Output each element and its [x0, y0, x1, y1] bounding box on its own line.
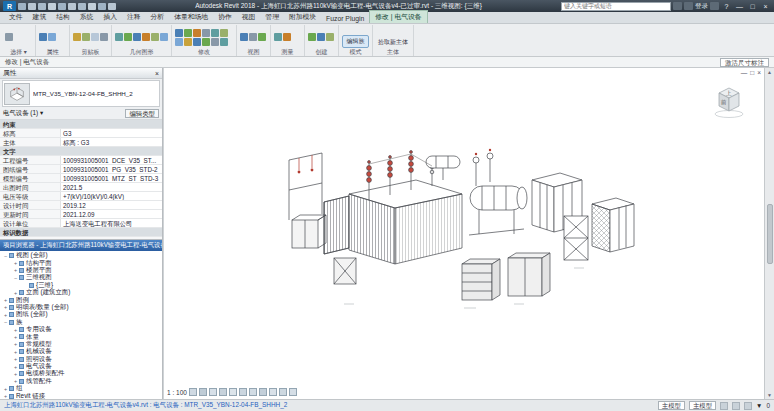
ribbon-tab[interactable]: 文件 — [4, 11, 28, 23]
ribbon-icon-button[interactable] — [73, 33, 81, 41]
ribbon-tab[interactable]: 体量和场地 — [169, 11, 213, 23]
ribbon-icon-button[interactable] — [82, 33, 90, 41]
ribbon-icon-button[interactable] — [175, 29, 183, 37]
scroll-up-icon[interactable]: ▲ — [767, 69, 772, 75]
ribbon-tab[interactable]: 结构 — [51, 11, 75, 23]
close-button[interactable]: × — [760, 3, 771, 10]
drawing-area[interactable]: — □ × — [163, 68, 764, 399]
ribbon-icon-button[interactable] — [202, 38, 210, 46]
tree-expander[interactable]: + — [2, 393, 9, 399]
view-control-button[interactable] — [259, 388, 267, 396]
view-control-button[interactable] — [279, 388, 287, 396]
ribbon-icon-button[interactable] — [100, 33, 108, 41]
view-control-button[interactable] — [219, 388, 227, 396]
view-control-button[interactable] — [199, 388, 207, 396]
ribbon-icon-button[interactable] — [151, 33, 159, 41]
ribbon-icon-button[interactable] — [220, 29, 228, 37]
ribbon-icon-button[interactable] — [142, 33, 150, 41]
property-value[interactable]: 2021.5 — [60, 183, 162, 191]
quick-access-button[interactable] — [28, 3, 36, 10]
ribbon-big-button[interactable]: 拾取新主体 — [376, 36, 410, 48]
ribbon-icon-button[interactable] — [326, 33, 334, 41]
design-option-dropdown[interactable]: 主模型 — [689, 401, 716, 410]
ribbon-tab[interactable]: 附加模块 — [284, 11, 321, 23]
property-value[interactable]: 1009931005001_MTZ_ST_STD-3 — [60, 174, 162, 182]
ribbon-tab[interactable]: Fuzor Plugin — [321, 14, 369, 23]
ribbon-tab[interactable]: 协作 — [213, 11, 237, 23]
sign-in[interactable]: 登录 — [684, 2, 708, 11]
scrollbar-thumb[interactable] — [767, 204, 773, 264]
app-logo-icon[interactable]: R — [3, 1, 16, 11]
tree-expander[interactable]: + — [2, 312, 9, 318]
view-control-button[interactable] — [189, 388, 197, 396]
quick-access-button[interactable] — [58, 3, 66, 10]
ribbon-icon-button[interactable] — [184, 38, 192, 46]
ribbon-icon-button[interactable] — [124, 33, 132, 41]
exchange-apps-icon[interactable] — [710, 2, 719, 10]
view-control-button[interactable] — [269, 388, 277, 396]
exclude-options-icon[interactable] — [732, 402, 740, 410]
ribbon-icon-button[interactable] — [283, 33, 291, 41]
tree-item[interactable]: + Revit 链接 — [0, 392, 162, 399]
tree-expander[interactable]: + — [12, 349, 19, 355]
ribbon-icon-button[interactable] — [202, 29, 210, 37]
tree-expander[interactable]: + — [12, 334, 19, 340]
search-icon[interactable] — [673, 2, 682, 10]
quick-access-button[interactable] — [18, 3, 26, 10]
element-filter[interactable]: 电气设备 (1) ▾ — [3, 109, 43, 118]
project-browser-title[interactable]: 项目浏览器 - 上海虹口北苏州路110kV输变电工程-电气设备v4 — [0, 240, 162, 251]
help-button[interactable]: ? — [721, 3, 732, 10]
tree-item[interactable]: + 结构平面 — [0, 259, 162, 266]
ribbon-icon-button[interactable] — [308, 33, 316, 41]
ribbon-icon-button[interactable] — [240, 33, 248, 41]
ribbon-tab[interactable]: 视图 — [237, 11, 261, 23]
ribbon-tab[interactable]: 插入 — [98, 11, 122, 23]
ribbon-icon-button[interactable] — [258, 33, 266, 41]
ribbon-icon-button[interactable] — [91, 33, 99, 41]
search-box[interactable] — [561, 2, 671, 11]
type-selector[interactable]: MTR_V35_YBN-12-04-FB_SHHH_2 — [2, 80, 160, 107]
ribbon-icon-button[interactable] — [48, 33, 56, 41]
restore-button[interactable]: □ — [747, 3, 758, 10]
tree-expander[interactable]: + — [12, 260, 19, 266]
quick-access-button[interactable] — [68, 3, 76, 10]
quick-access-button[interactable] — [38, 3, 46, 10]
quick-access-button[interactable] — [88, 3, 96, 10]
ribbon-icon-button[interactable] — [5, 33, 13, 41]
quick-access-button[interactable] — [98, 3, 106, 10]
view-scale[interactable]: 1 : 100 — [167, 389, 187, 396]
tree-item[interactable]: − 三维视图 — [0, 274, 162, 281]
ribbon-tab[interactable]: 分析 — [146, 11, 170, 23]
tree-item[interactable]: − 族 — [0, 319, 162, 326]
ribbon-icon-button[interactable] — [211, 38, 219, 46]
tree-expander[interactable]: + — [12, 356, 19, 362]
view-control-button[interactable] — [209, 388, 217, 396]
ribbon-tab[interactable]: 管理 — [260, 11, 284, 23]
ribbon-icon-button[interactable] — [115, 33, 123, 41]
press-drag-icon[interactable] — [744, 402, 752, 410]
property-value[interactable]: 标高 : G3 — [60, 138, 162, 146]
tree-item[interactable]: − 视图 (全部) — [0, 252, 162, 259]
view-control-button[interactable] — [239, 388, 247, 396]
tree-item[interactable]: + 楼层平面 — [0, 267, 162, 274]
tree-item[interactable]: {三维} — [0, 282, 162, 289]
tree-item[interactable]: + 电缆桥架配件 — [0, 370, 162, 377]
ribbon-tab[interactable]: 建筑 — [28, 11, 52, 23]
ribbon-icon-button[interactable] — [160, 33, 168, 41]
tree-expander[interactable]: + — [2, 297, 9, 303]
view-control-button[interactable] — [229, 388, 237, 396]
ribbon-icon-button[interactable] — [211, 29, 219, 37]
property-value[interactable]: 1009931005001_PG_V35_STD-2 — [60, 165, 162, 173]
tree-item[interactable]: + 照明设备 — [0, 355, 162, 362]
tree-item[interactable]: + 机械设备 — [0, 348, 162, 355]
ribbon-icon-button[interactable] — [39, 33, 47, 41]
quick-access-button[interactable] — [108, 3, 116, 10]
tree-expander[interactable]: − — [2, 253, 9, 259]
property-value[interactable]: 2021.12.09 — [60, 210, 162, 218]
property-value[interactable]: 2019.12 — [60, 201, 162, 209]
tree-expander[interactable]: + — [12, 267, 19, 273]
tree-expander[interactable]: + — [12, 364, 19, 370]
tree-item[interactable]: + 电气设备 — [0, 363, 162, 370]
ribbon-icon-button[interactable] — [193, 29, 201, 37]
tree-expander[interactable]: − — [2, 319, 9, 325]
